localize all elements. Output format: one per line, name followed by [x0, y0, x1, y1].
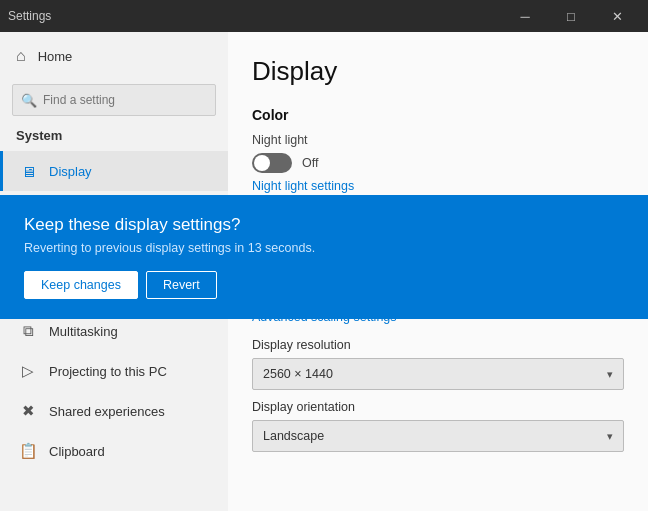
search-icon: 🔍 — [21, 93, 37, 108]
sidebar-item-multitasking-label: Multitasking — [49, 324, 118, 339]
orientation-dropdown-arrow: ▾ — [607, 430, 613, 443]
search-box[interactable]: 🔍 — [12, 84, 216, 116]
keep-settings-dialog: Keep these display settings? Reverting t… — [0, 195, 648, 319]
home-label: Home — [38, 49, 73, 64]
resolution-dropdown[interactable]: 2560 × 1440 ▾ — [252, 358, 624, 390]
color-section-heading: Color — [252, 107, 624, 123]
night-light-value: Off — [302, 156, 318, 170]
resolution-dropdown-arrow: ▾ — [607, 368, 613, 381]
toggle-knob — [254, 155, 270, 171]
sidebar-item-clipboard[interactable]: 📋 Clipboard — [0, 431, 228, 471]
projecting-icon: ▷ — [19, 362, 37, 380]
resolution-value: 2560 × 1440 — [263, 367, 333, 381]
keep-changes-button[interactable]: Keep changes — [24, 271, 138, 299]
display-icon: 🖥 — [19, 163, 37, 180]
sidebar-item-clipboard-label: Clipboard — [49, 444, 105, 459]
home-icon: ⌂ — [16, 47, 26, 65]
shared-icon: ✖ — [19, 402, 37, 420]
page-title: Display — [252, 56, 624, 87]
night-light-toggle[interactable] — [252, 153, 292, 173]
night-light-label: Night light — [252, 133, 624, 147]
sidebar-item-display[interactable]: 🖥 Display — [0, 151, 228, 191]
settings-window: Settings ─ □ ✕ ⌂ Home 🔍 System 🖥 Display — [0, 0, 648, 511]
sidebar-item-shared-label: Shared experiences — [49, 404, 165, 419]
night-light-settings-link[interactable]: Night light settings — [252, 179, 624, 193]
sidebar-item-display-label: Display — [49, 164, 92, 179]
maximize-button[interactable]: □ — [548, 0, 594, 32]
clipboard-icon: 📋 — [19, 442, 37, 460]
sidebar-item-projecting-label: Projecting to this PC — [49, 364, 167, 379]
orientation-label: Display orientation — [252, 400, 624, 414]
window-controls: ─ □ ✕ — [502, 0, 640, 32]
window-title: Settings — [8, 9, 51, 23]
dialog-title: Keep these display settings? — [24, 215, 624, 235]
resolution-label: Display resolution — [252, 338, 624, 352]
sidebar-section-title: System — [0, 124, 228, 151]
night-light-toggle-row: Off — [252, 153, 624, 173]
sidebar-item-shared[interactable]: ✖ Shared experiences — [0, 391, 228, 431]
dialog-buttons: Keep changes Revert — [24, 271, 624, 299]
orientation-value: Landscape — [263, 429, 324, 443]
revert-button[interactable]: Revert — [146, 271, 217, 299]
orientation-dropdown[interactable]: Landscape ▾ — [252, 420, 624, 452]
search-input[interactable] — [43, 93, 207, 107]
title-bar: Settings ─ □ ✕ — [0, 0, 648, 32]
minimize-button[interactable]: ─ — [502, 0, 548, 32]
close-button[interactable]: ✕ — [594, 0, 640, 32]
sidebar-item-projecting[interactable]: ▷ Projecting to this PC — [0, 351, 228, 391]
multitasking-icon: ⧉ — [19, 322, 37, 340]
sidebar-home-button[interactable]: ⌂ Home — [0, 32, 228, 80]
dialog-subtitle: Reverting to previous display settings i… — [24, 241, 624, 255]
